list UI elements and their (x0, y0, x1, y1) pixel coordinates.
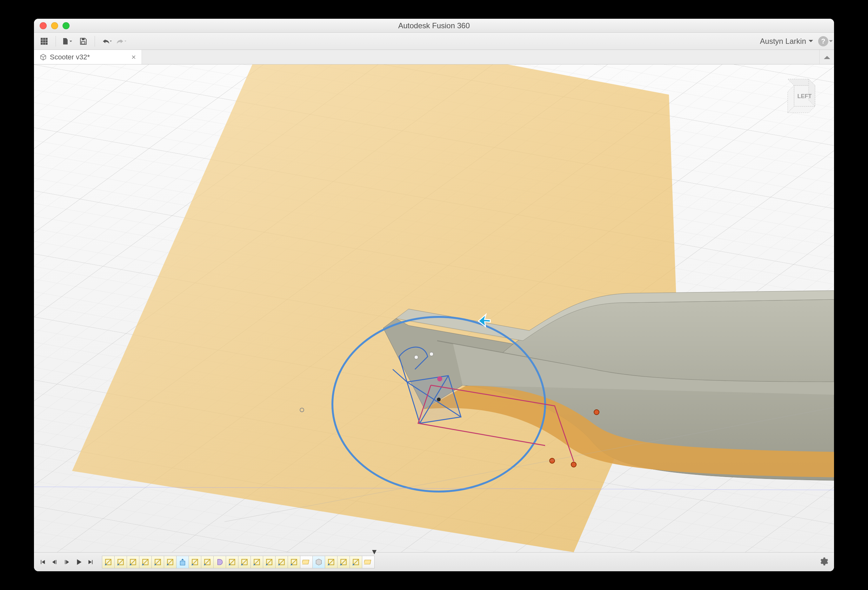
svg-point-20 (437, 376, 442, 382)
playback-controls (38, 558, 95, 566)
svg-rect-6 (41, 43, 43, 45)
svg-rect-1 (43, 38, 46, 40)
timeline-step[interactable] (139, 556, 152, 568)
main-toolbar: Austyn Larkin ? (34, 33, 834, 50)
svg-rect-10 (81, 41, 85, 44)
svg-rect-5 (46, 40, 48, 42)
timeline-step[interactable] (337, 556, 350, 568)
close-window-button[interactable] (40, 22, 47, 29)
window-title: Autodesk Fusion 360 (34, 21, 834, 30)
box-icon (40, 54, 47, 61)
timeline-step[interactable] (238, 556, 251, 568)
svg-rect-0 (41, 38, 43, 40)
timeline-playhead[interactable] (372, 550, 376, 555)
minimize-window-button[interactable] (51, 22, 58, 29)
user-name-label: Austyn Larkin (760, 37, 806, 46)
undo-button[interactable] (99, 35, 113, 47)
timeline-step[interactable] (127, 556, 139, 568)
go-to-end-button[interactable] (87, 558, 95, 566)
timeline-step[interactable] (114, 556, 127, 568)
document-tabs: Scooter v32* × (34, 50, 834, 65)
save-button[interactable] (76, 35, 90, 47)
data-panel-button[interactable] (37, 35, 51, 47)
timeline-step[interactable] (263, 556, 276, 568)
timeline-step[interactable] (164, 556, 177, 568)
svg-rect-44 (302, 560, 309, 564)
model-viewport[interactable]: LEFT (34, 65, 834, 552)
separator (56, 36, 56, 47)
viewcube-face-label: LEFT (797, 93, 812, 99)
separator (94, 36, 95, 47)
help-label: ? (821, 37, 825, 46)
step-forward-button[interactable] (62, 558, 71, 566)
viewcube[interactable]: LEFT (783, 77, 821, 115)
zoom-window-button[interactable] (62, 22, 69, 29)
file-menu-button[interactable] (61, 35, 74, 47)
timeline-step[interactable] (350, 556, 362, 568)
svg-rect-3 (41, 40, 43, 42)
chevron-down-icon (809, 39, 813, 43)
timeline-step[interactable] (226, 556, 238, 568)
svg-rect-4 (43, 40, 46, 42)
tab-label: Scooter v32* (50, 53, 90, 61)
svg-point-18 (430, 352, 433, 356)
document-tab[interactable]: Scooter v32* × (34, 50, 142, 64)
timeline-step[interactable] (176, 556, 189, 568)
help-button[interactable]: ? (818, 36, 828, 46)
svg-point-23 (594, 410, 599, 415)
svg-point-16 (437, 398, 441, 401)
timeline-step[interactable] (213, 556, 226, 568)
timeline-bar (34, 552, 834, 571)
close-tab-button[interactable]: × (131, 53, 136, 62)
collapse-ribbon-button[interactable] (819, 50, 834, 64)
timeline-step[interactable] (251, 556, 263, 568)
redo-button[interactable] (115, 35, 129, 47)
go-to-start-button[interactable] (38, 558, 47, 566)
svg-point-17 (414, 355, 418, 359)
svg-rect-35 (180, 561, 185, 565)
timeline-step[interactable] (151, 556, 164, 568)
scene-canvas (34, 65, 834, 552)
user-menu[interactable]: Austyn Larkin (760, 37, 813, 46)
timeline-settings-button[interactable] (819, 557, 830, 568)
svg-point-22 (571, 462, 576, 467)
timeline-step[interactable] (325, 556, 338, 568)
timeline-step[interactable] (300, 556, 313, 568)
play-button[interactable] (75, 558, 83, 566)
timeline-step[interactable] (275, 556, 288, 568)
svg-rect-2 (46, 38, 48, 40)
timeline-step[interactable] (288, 556, 300, 568)
timeline-step[interactable] (312, 556, 325, 568)
svg-rect-48 (364, 560, 371, 564)
window-controls (40, 22, 69, 29)
timeline-step[interactable] (201, 556, 214, 568)
timeline-step[interactable] (189, 556, 201, 568)
app-window: Autodesk Fusion 360 Austyn Larkin ? (34, 19, 834, 571)
chevron-down-icon (829, 39, 833, 43)
timeline-steps (102, 556, 374, 568)
timeline-step[interactable] (102, 556, 115, 568)
svg-rect-7 (43, 43, 46, 45)
titlebar: Autodesk Fusion 360 (34, 19, 834, 33)
step-back-button[interactable] (50, 558, 59, 566)
timeline-step[interactable] (362, 556, 375, 568)
svg-rect-8 (46, 43, 48, 45)
svg-rect-9 (82, 38, 85, 40)
